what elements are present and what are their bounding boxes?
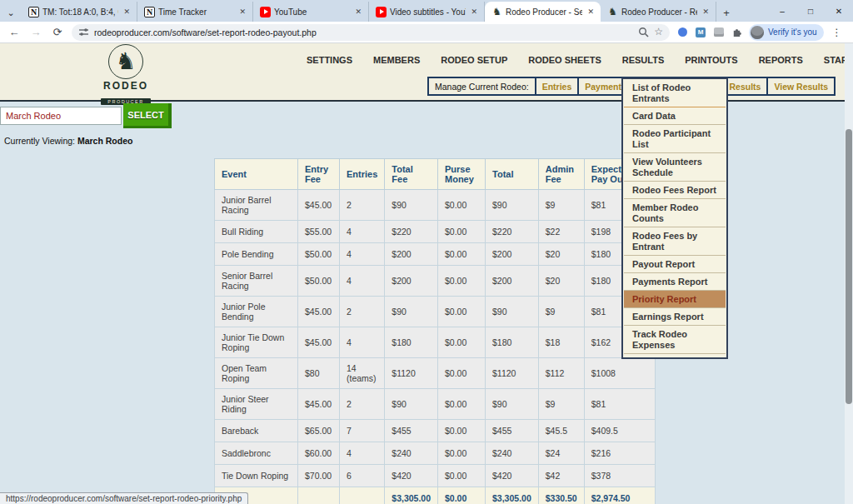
viewing-value: March Rodeo <box>77 136 133 146</box>
close-icon[interactable]: ✕ <box>586 7 596 16</box>
entries-button[interactable]: Entries <box>535 78 578 94</box>
table-cell: $378 <box>584 465 655 487</box>
youtube-icon <box>260 7 271 17</box>
extensions-puzzle-icon[interactable] <box>731 27 742 37</box>
table-cell: $200 <box>385 243 438 266</box>
menu-item-payout-report[interactable]: Payout Report <box>624 256 726 273</box>
menu-item-rodeo-fees-by-entrant[interactable]: Rodeo Fees by Entrant <box>624 227 726 256</box>
table-cell: $90 <box>385 190 438 221</box>
table-totals-cell: $3,305.00 <box>385 487 438 504</box>
close-icon[interactable]: ✕ <box>237 7 247 16</box>
tab-rodeo-payout-active[interactable]: ♞ Rodeo Producer - Set Rodeo Pa ✕ <box>485 2 601 22</box>
table-cell: 6 <box>340 465 385 487</box>
new-tab-button[interactable]: + <box>716 3 736 22</box>
table-cell: $455 <box>385 420 438 442</box>
table-cell: 2 <box>340 297 385 327</box>
menu-item-rodeo-fees-report[interactable]: Rodeo Fees Report <box>624 182 726 199</box>
extension-gray-icon[interactable] <box>713 27 725 38</box>
select-button[interactable]: SELECT <box>123 103 172 128</box>
url-text[interactable]: rodeoproducer.com/software/set-report-ro… <box>94 27 633 37</box>
notion-icon: N <box>28 7 39 17</box>
nav-settings[interactable]: SETTINGS <box>307 55 352 65</box>
table-row: Tie Down Roping$70.006$420$0.00$420$42$3… <box>215 465 656 487</box>
table-cell: $216 <box>584 442 655 465</box>
table-totals-cell: $2,974.50 <box>584 487 655 504</box>
extension-blue-icon[interactable] <box>676 27 688 38</box>
tab-list-chevron-icon[interactable]: ⌄ <box>0 3 22 22</box>
table-cell: $0.00 <box>438 221 486 243</box>
tab-time-tracker[interactable]: N Time Tracker ✕ <box>137 2 253 22</box>
table-cell: $24 <box>538 442 584 465</box>
browser-menu-icon[interactable]: ⋮ <box>831 27 844 38</box>
tab-title: TM: Tot:18 A:0, B:4, C:13, D:0, E <box>42 7 118 17</box>
table-cell: Junior Tie Down Roping <box>215 327 298 358</box>
zoom-indicator-icon[interactable] <box>638 27 649 37</box>
table-cell: $80 <box>298 358 340 389</box>
menu-item-member-rodeo-counts[interactable]: Member Rodeo Counts <box>624 199 726 227</box>
table-cell: $180 <box>486 327 539 358</box>
tab-tm-tracker[interactable]: N TM: Tot:18 A:0, B:4, C:13, D:0, E ✕ <box>22 2 137 22</box>
table-totals-cell: $0.00 <box>438 487 486 504</box>
menu-item-card-data[interactable]: Card Data <box>624 107 726 125</box>
close-icon[interactable]: ✕ <box>469 7 479 16</box>
menu-item-priority-report[interactable]: Priority Report <box>624 291 726 308</box>
nav-reports[interactable]: REPORTS <box>759 55 803 65</box>
rearing-horse-icon: ♞ <box>115 50 136 73</box>
page-scrollbar[interactable] <box>845 43 853 504</box>
nav-rodeo-setup[interactable]: RODEO SETUP <box>441 55 507 65</box>
back-button[interactable]: ← <box>7 26 22 38</box>
table-cell: 7 <box>340 420 385 442</box>
rodeo-select-input[interactable]: March Rodeo <box>0 107 122 125</box>
profile-verify-pill[interactable]: Verify it's you <box>749 24 824 41</box>
table-cell: 2 <box>340 190 385 221</box>
close-icon[interactable]: ✕ <box>353 7 363 16</box>
browser-toolbar: ← → ⟳ rodeoproducer.com/software/set-rep… <box>0 22 853 43</box>
menu-item-payments-report[interactable]: Payments Report <box>624 273 726 291</box>
bookmark-star-icon[interactable]: ☆ <box>654 27 663 37</box>
table-cell: $220 <box>486 221 539 243</box>
main-navigation: SETTINGS MEMBERS RODEO SETUP RODEO SHEET… <box>307 55 853 65</box>
menu-item-earnings-report[interactable]: Earnings Report <box>624 308 726 326</box>
maximize-button[interactable]: □ <box>796 0 825 22</box>
table-header-cell: Entries <box>340 159 385 190</box>
table-cell: $90 <box>486 389 539 420</box>
notion-icon: N <box>144 7 155 17</box>
minimize-button[interactable]: – <box>768 0 796 22</box>
logo-name: RODEO <box>93 80 158 92</box>
nav-members[interactable]: MEMBERS <box>373 55 420 65</box>
tab-rodeo-reports[interactable]: ♞ Rodeo Producer - Reports - Ro ✕ <box>601 2 716 22</box>
reload-button[interactable]: ⟳ <box>50 26 65 38</box>
close-icon[interactable]: ✕ <box>701 7 711 16</box>
menu-item-list-of-rodeo-entrants[interactable]: List of Rodeo Entrants <box>624 79 726 107</box>
table-cell: Bull Riding <box>215 221 298 243</box>
view-results-button[interactable]: View Results <box>766 78 834 94</box>
table-cell: $22 <box>538 221 584 243</box>
viewing-label: Currently Viewing: <box>4 136 75 146</box>
address-bar[interactable]: rodeoproducer.com/software/set-report-ro… <box>72 24 670 41</box>
table-cell: $9 <box>538 389 584 420</box>
table-cell: $0.00 <box>438 243 486 266</box>
close-window-button[interactable]: ✕ <box>825 0 853 22</box>
tab-youtube[interactable]: YouTube ✕ <box>253 2 369 22</box>
tab-title: Rodeo Producer - Reports - Ro <box>621 7 697 17</box>
scrollbar-thumb[interactable] <box>846 129 852 404</box>
menu-item-rodeo-participant-list[interactable]: Rodeo Participant List <box>624 125 726 153</box>
site-info-icon[interactable] <box>78 27 89 37</box>
menu-item-track-rodeo-expenses[interactable]: Track Rodeo Expenses <box>624 326 726 354</box>
forward-button[interactable]: → <box>28 26 43 38</box>
table-cell: $42 <box>538 465 584 487</box>
table-row: Open Team Roping$8014 (teams)$1120$0.00$… <box>215 358 656 389</box>
nav-results[interactable]: RESULTS <box>622 55 665 65</box>
tab-video-subtitles[interactable]: Video subtitles - YouTube Stud ✕ <box>369 2 485 22</box>
table-row: Junior Steer Riding$45.002$90$0.00$90$9$… <box>215 389 656 420</box>
table-cell: $45.00 <box>298 297 340 327</box>
menu-item-view-volunteers-schedule[interactable]: View Volunteers Schedule <box>624 153 726 182</box>
nav-printouts[interactable]: PRINTOUTS <box>685 55 737 65</box>
window-controls: – □ ✕ <box>768 0 853 22</box>
table-cell: $0.00 <box>438 442 486 465</box>
close-icon[interactable]: ✕ <box>122 7 132 16</box>
table-cell: 4 <box>340 221 385 243</box>
table-header-cell: Event <box>215 159 298 190</box>
extension-m-icon[interactable]: M <box>695 27 706 38</box>
nav-rodeo-sheets[interactable]: RODEO SHEETS <box>528 55 601 65</box>
